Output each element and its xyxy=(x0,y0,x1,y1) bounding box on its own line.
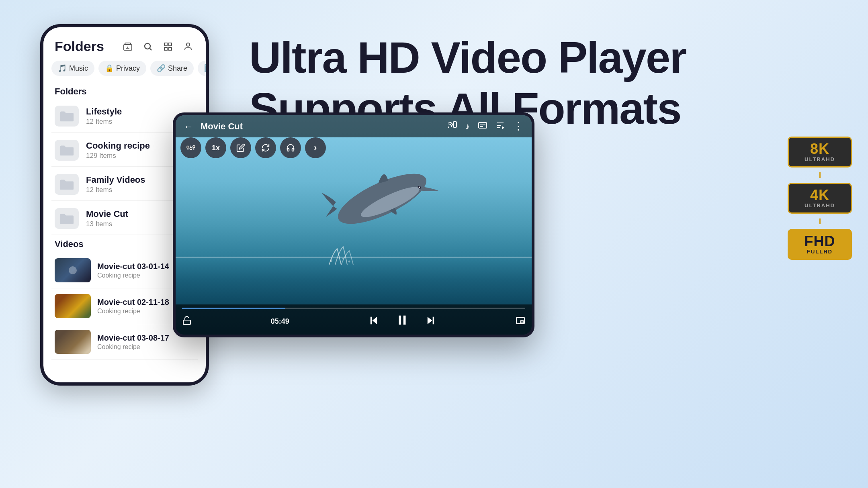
folder-count-lifestyle: 12 Items xyxy=(86,118,122,126)
filter-tab-privacy[interactable]: 🔒 Privacy xyxy=(98,61,146,76)
phone-header: Folders xyxy=(43,27,206,61)
svg-rect-5 xyxy=(164,43,167,46)
folder-info-lifestyle: Lifestyle 12 Items xyxy=(86,106,122,126)
share-tab-icon: 🔗 xyxy=(157,64,166,73)
music-player-icon[interactable]: ♪ xyxy=(465,121,470,132)
svg-rect-34 xyxy=(371,316,372,324)
folder-icon-family xyxy=(55,174,79,195)
svg-rect-6 xyxy=(169,43,172,46)
speed-button[interactable]: 1x xyxy=(205,137,226,158)
svg-point-17 xyxy=(448,127,449,128)
resolution-badges: 8K ULTRAHD 4K ULTRAHD FHD FULLHD xyxy=(788,137,852,260)
video-thumb-2 xyxy=(55,294,91,318)
player-controls-bottom: 05:49 xyxy=(182,313,525,330)
filter-tabs: 🎵 Music 🔒 Privacy 🔗 Share ⬇️ Downloade xyxy=(43,61,206,82)
folder-info-family: Family Videos 12 Items xyxy=(86,175,145,194)
svg-rect-36 xyxy=(403,316,406,325)
rotate-button[interactable] xyxy=(255,137,276,158)
svg-point-27 xyxy=(187,146,189,148)
phone-title: Folders xyxy=(55,39,104,54)
svg-point-12 xyxy=(419,187,420,188)
filter-tab-share[interactable]: 🔗 Share xyxy=(150,61,194,76)
pause-button[interactable] xyxy=(395,313,409,330)
folder-info-moviecut: Movie Cut 13 Items xyxy=(86,209,128,228)
svg-point-16 xyxy=(348,261,350,263)
next-button[interactable] xyxy=(425,315,436,329)
svg-line-4 xyxy=(150,48,152,50)
badge-connector-2 xyxy=(819,218,821,224)
grid-icon[interactable] xyxy=(162,40,174,53)
svg-point-29 xyxy=(190,147,192,150)
prev-button[interactable] xyxy=(368,315,379,329)
player-title: Movie Cut xyxy=(201,121,243,132)
audio-button[interactable] xyxy=(280,137,301,158)
search-icon[interactable] xyxy=(141,40,154,53)
download-tab-icon: ⬇️ xyxy=(204,64,206,73)
privacy-tab-icon: 🔒 xyxy=(105,64,114,73)
equalizer-button[interactable] xyxy=(180,137,201,158)
svg-rect-18 xyxy=(453,122,457,127)
video-info-1: Movie-cut 03-01-14 Cooking recipe xyxy=(97,262,169,279)
folder-count-family: 12 Items xyxy=(86,186,145,194)
more-options-icon[interactable]: ⋮ xyxy=(513,120,524,133)
dolphin-illustration xyxy=(318,155,446,235)
badge-8k-main: 8K xyxy=(794,142,845,156)
folder-icon-cooking xyxy=(55,140,79,161)
pip-button[interactable] xyxy=(516,316,525,328)
video-name-3: Movie-cut 03-08-17 xyxy=(97,333,169,343)
subtitle-icon[interactable] xyxy=(478,120,487,133)
svg-rect-8 xyxy=(169,47,172,50)
video-thumb-3 xyxy=(55,330,91,354)
svg-rect-40 xyxy=(520,321,524,323)
svg-point-14 xyxy=(330,259,332,262)
water-splash xyxy=(325,245,357,269)
video-folder-1: Cooking recipe xyxy=(97,272,169,279)
music-tab-icon: 🎵 xyxy=(58,64,67,73)
player-controls-row: 1x › xyxy=(180,137,527,158)
player-bottom-controls: 05:49 xyxy=(176,304,532,335)
center-playback-controls xyxy=(368,313,436,330)
badge-fhd: FHD FULLHD xyxy=(788,229,852,260)
badge-fhd-sub: FULLHD xyxy=(794,249,845,255)
player-back-button[interactable]: ← Movie Cut xyxy=(184,121,243,132)
svg-point-31 xyxy=(193,146,195,148)
video-thumb-1 xyxy=(55,258,91,282)
svg-marker-25 xyxy=(502,126,504,129)
svg-rect-35 xyxy=(399,316,401,325)
filter-tab-music[interactable]: 🎵 Music xyxy=(51,61,94,76)
badge-4k-sub: ULTRAHD xyxy=(794,202,845,208)
svg-marker-33 xyxy=(373,316,377,324)
player-time: 05:49 xyxy=(271,317,289,326)
more-controls-button[interactable]: › xyxy=(305,137,326,158)
badge-4k: 4K ULTRAHD xyxy=(788,183,852,214)
svg-marker-37 xyxy=(428,316,432,324)
video-info-3: Movie-cut 03-08-17 Cooking recipe xyxy=(97,333,169,351)
badge-8k-sub: ULTRAHD xyxy=(794,156,845,162)
user-icon[interactable] xyxy=(182,40,194,53)
back-arrow-icon: ← xyxy=(184,121,193,132)
more-chevron-icon: › xyxy=(314,143,317,153)
share-tab-label: Share xyxy=(168,64,187,73)
video-folder-2: Cooking recipe xyxy=(97,308,169,315)
cast-icon[interactable] xyxy=(121,40,134,53)
tablet-player: ← Movie Cut ♪ xyxy=(173,112,534,337)
edit-button[interactable] xyxy=(230,137,251,158)
folder-info-cooking: Cooking recipe 129 Items xyxy=(86,141,150,160)
svg-rect-38 xyxy=(433,316,434,324)
folder-name-cooking: Cooking recipe xyxy=(86,141,150,151)
progress-bar[interactable] xyxy=(182,308,525,309)
badge-connector-1 xyxy=(819,172,821,178)
cast-player-icon[interactable] xyxy=(448,120,457,133)
speed-label: 1x xyxy=(212,144,220,152)
playlist-icon[interactable] xyxy=(495,120,505,133)
video-name-1: Movie-cut 03-01-14 xyxy=(97,262,169,271)
folders-section-header: Folders xyxy=(43,82,206,100)
lock-button[interactable] xyxy=(182,316,192,328)
badge-8k: 8K ULTRAHD xyxy=(788,137,852,167)
video-name-2: Movie-cut 02-11-18 xyxy=(97,298,169,307)
folder-name-moviecut: Movie Cut xyxy=(86,209,128,219)
hero-line1: Ultra HD Video Player xyxy=(249,32,828,83)
svg-point-15 xyxy=(342,258,344,259)
filter-tab-download[interactable]: ⬇️ Downloade xyxy=(198,61,206,76)
folder-name-lifestyle: Lifestyle xyxy=(86,106,122,117)
